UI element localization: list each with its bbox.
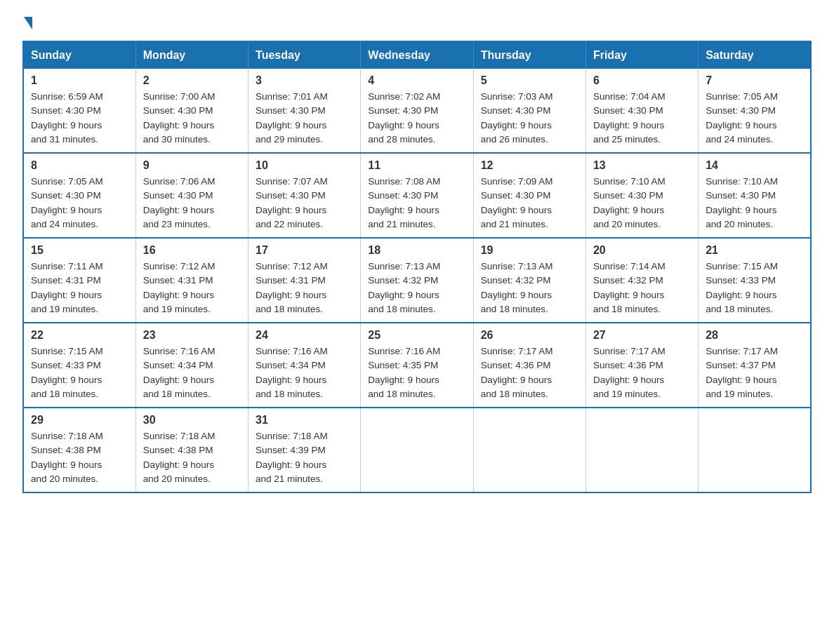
day-number: 27 — [593, 329, 691, 342]
day-number: 26 — [481, 329, 578, 342]
calendar-cell: 18 Sunrise: 7:13 AM Sunset: 4:32 PM Dayl… — [361, 238, 473, 323]
day-number: 30 — [143, 414, 241, 427]
calendar-cell: 25 Sunrise: 7:16 AM Sunset: 4:35 PM Dayl… — [361, 323, 473, 408]
day-info: Sunrise: 7:05 AM Sunset: 4:30 PM Dayligh… — [31, 175, 128, 232]
day-info: Sunrise: 7:16 AM Sunset: 4:34 PM Dayligh… — [143, 344, 241, 401]
page-header — [22, 17, 812, 29]
daylight-label: Daylight: 9 hours — [368, 375, 439, 385]
calendar-cell: 12 Sunrise: 7:09 AM Sunset: 4:30 PM Dayl… — [473, 153, 585, 238]
daylight-minutes: and 26 minutes. — [481, 134, 548, 145]
day-info: Sunrise: 7:00 AM Sunset: 4:30 PM Dayligh… — [143, 90, 241, 147]
calendar-cell: 15 Sunrise: 7:11 AM Sunset: 4:31 PM Dayl… — [23, 238, 135, 323]
day-number: 18 — [368, 244, 465, 257]
daylight-minutes: and 20 minutes. — [31, 474, 98, 484]
daylight-minutes: and 31 minutes. — [31, 134, 98, 145]
day-number: 5 — [481, 74, 578, 87]
day-header-friday: Friday — [585, 41, 698, 69]
sunrise-label: Sunrise: 7:12 AM — [256, 261, 328, 271]
sunrise-label: Sunrise: 7:17 AM — [593, 346, 666, 356]
sunset-label: Sunset: 4:35 PM — [368, 360, 438, 370]
daylight-label: Daylight: 9 hours — [256, 120, 326, 130]
sunrise-label: Sunrise: 7:04 AM — [593, 91, 666, 102]
daylight-label: Daylight: 9 hours — [256, 375, 326, 385]
daylight-minutes: and 30 minutes. — [143, 134, 211, 145]
daylight-minutes: and 19 minutes. — [31, 304, 98, 314]
calendar-table: SundayMondayTuesdayWednesdayThursdayFrid… — [22, 41, 812, 493]
daylight-minutes: and 19 minutes. — [593, 389, 661, 399]
day-header-saturday: Saturday — [699, 41, 811, 69]
day-info: Sunrise: 7:16 AM Sunset: 4:34 PM Dayligh… — [256, 344, 353, 401]
calendar-cell: 16 Sunrise: 7:12 AM Sunset: 4:31 PM Dayl… — [135, 238, 248, 323]
day-info: Sunrise: 7:10 AM Sunset: 4:30 PM Dayligh… — [593, 175, 691, 232]
daylight-label: Daylight: 9 hours — [143, 120, 214, 130]
sunset-label: Sunset: 4:30 PM — [256, 190, 326, 201]
daylight-minutes: and 18 minutes. — [481, 304, 548, 314]
daylight-minutes: and 23 minutes. — [143, 219, 211, 229]
sunset-label: Sunset: 4:30 PM — [368, 190, 438, 201]
sunrise-label: Sunrise: 7:18 AM — [143, 431, 216, 441]
daylight-label: Daylight: 9 hours — [256, 205, 326, 215]
day-info: Sunrise: 7:15 AM Sunset: 4:33 PM Dayligh… — [31, 344, 128, 401]
calendar-cell: 31 Sunrise: 7:18 AM Sunset: 4:39 PM Dayl… — [249, 408, 361, 492]
calendar-cell: 26 Sunrise: 7:17 AM Sunset: 4:36 PM Dayl… — [473, 323, 585, 408]
daylight-label: Daylight: 9 hours — [368, 290, 439, 300]
sunset-label: Sunset: 4:34 PM — [256, 360, 326, 370]
sunset-label: Sunset: 4:36 PM — [481, 360, 551, 370]
day-number: 11 — [368, 159, 465, 172]
sunset-label: Sunset: 4:30 PM — [481, 190, 551, 201]
calendar-cell — [585, 408, 698, 492]
day-info: Sunrise: 7:16 AM Sunset: 4:35 PM Dayligh… — [368, 344, 465, 401]
daylight-label: Daylight: 9 hours — [143, 290, 214, 300]
calendar-cell: 1 Sunrise: 6:59 AM Sunset: 4:30 PM Dayli… — [23, 69, 135, 153]
day-number: 3 — [256, 74, 353, 87]
daylight-minutes: and 21 minutes. — [256, 474, 323, 484]
day-info: Sunrise: 7:08 AM Sunset: 4:30 PM Dayligh… — [368, 175, 465, 232]
day-info: Sunrise: 7:15 AM Sunset: 4:33 PM Dayligh… — [706, 260, 803, 316]
daylight-label: Daylight: 9 hours — [31, 120, 102, 130]
daylight-label: Daylight: 9 hours — [256, 459, 326, 470]
day-number: 6 — [593, 74, 691, 87]
sunrise-label: Sunrise: 7:16 AM — [256, 346, 328, 356]
day-header-monday: Monday — [135, 41, 248, 69]
sunset-label: Sunset: 4:34 PM — [143, 360, 213, 370]
day-info: Sunrise: 7:03 AM Sunset: 4:30 PM Dayligh… — [481, 90, 578, 147]
sunset-label: Sunset: 4:36 PM — [593, 360, 663, 370]
daylight-minutes: and 20 minutes. — [593, 219, 661, 229]
day-number: 9 — [143, 159, 241, 172]
daylight-label: Daylight: 9 hours — [481, 120, 552, 130]
sunset-label: Sunset: 4:31 PM — [31, 275, 101, 286]
daylight-label: Daylight: 9 hours — [593, 120, 664, 130]
daylight-label: Daylight: 9 hours — [256, 290, 326, 300]
daylight-minutes: and 28 minutes. — [368, 134, 435, 145]
day-header-sunday: Sunday — [23, 41, 135, 69]
daylight-minutes: and 24 minutes. — [31, 219, 98, 229]
daylight-label: Daylight: 9 hours — [368, 120, 439, 130]
day-info: Sunrise: 7:13 AM Sunset: 4:32 PM Dayligh… — [368, 260, 465, 316]
day-info: Sunrise: 7:17 AM Sunset: 4:37 PM Dayligh… — [706, 344, 803, 401]
sunrise-label: Sunrise: 7:16 AM — [368, 346, 440, 356]
day-info: Sunrise: 7:05 AM Sunset: 4:30 PM Dayligh… — [706, 90, 803, 147]
daylight-minutes: and 18 minutes. — [143, 389, 211, 399]
daylight-minutes: and 25 minutes. — [593, 134, 661, 145]
daylight-label: Daylight: 9 hours — [593, 375, 664, 385]
day-number: 17 — [256, 244, 353, 257]
day-number: 14 — [706, 159, 803, 172]
day-number: 10 — [256, 159, 353, 172]
day-number: 2 — [143, 74, 241, 87]
day-number: 28 — [706, 329, 803, 342]
daylight-minutes: and 20 minutes. — [706, 219, 773, 229]
daylight-minutes: and 18 minutes. — [368, 389, 435, 399]
day-number: 16 — [143, 244, 241, 257]
daylight-label: Daylight: 9 hours — [143, 375, 214, 385]
daylight-label: Daylight: 9 hours — [593, 290, 664, 300]
daylight-minutes: and 18 minutes. — [31, 389, 98, 399]
sunset-label: Sunset: 4:30 PM — [593, 105, 663, 116]
daylight-label: Daylight: 9 hours — [706, 375, 776, 385]
day-header-thursday: Thursday — [473, 41, 585, 69]
day-number: 21 — [706, 244, 803, 257]
sunset-label: Sunset: 4:33 PM — [706, 275, 776, 286]
daylight-label: Daylight: 9 hours — [31, 375, 102, 385]
sunset-label: Sunset: 4:39 PM — [256, 445, 326, 455]
sunrise-label: Sunrise: 7:15 AM — [31, 346, 103, 356]
day-number: 13 — [593, 159, 691, 172]
